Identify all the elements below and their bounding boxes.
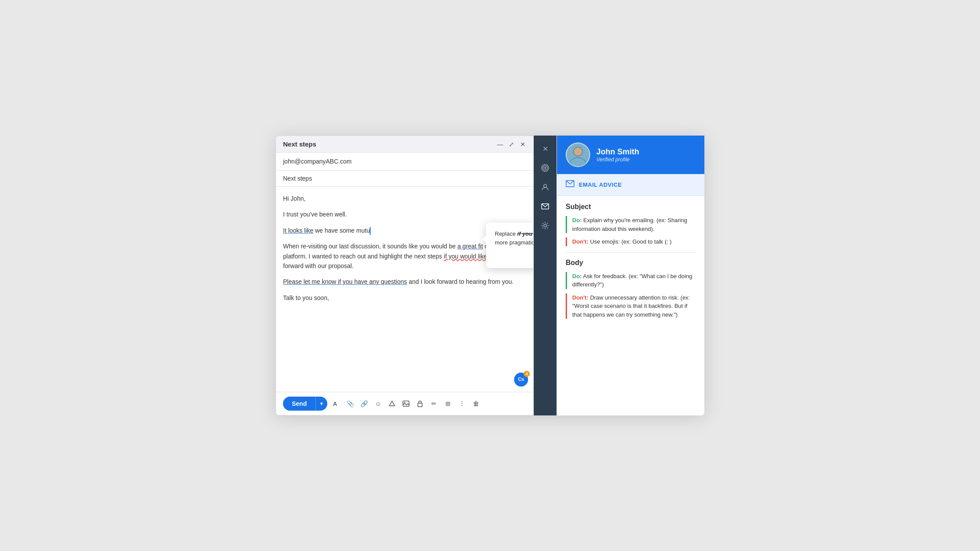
body-dont-text: Draw unnecessary attention to risk. (ex:…	[572, 294, 690, 318]
subject-do-item: Do: Explain why you're emailing. (ex: Sh…	[566, 216, 696, 233]
send-button[interactable]: Send	[283, 397, 316, 411]
body-do-item: Do: Ask for feedback. (ex: "What can I b…	[566, 272, 696, 289]
compose-body[interactable]: Hi John, I trust you've been well. It lo…	[276, 187, 533, 392]
body-dont-label: Don't:	[572, 294, 588, 301]
compose-window: Next steps — ⤢ ✕ john@companyABC.com Nex…	[276, 136, 534, 415]
profile-header: John Smith Verified profile	[557, 136, 704, 174]
email-advice-icon	[566, 180, 574, 189]
user-avatar-badge: Cs 4	[514, 373, 528, 387]
profile-name: John Smith	[596, 147, 639, 157]
subject-dont-label: Don't:	[572, 238, 588, 245]
subject-dont-text: Use emojis: (ex: Good to talk (: )	[590, 238, 672, 245]
body-p1: I trust you've been well.	[283, 209, 526, 219]
format-text-icon[interactable]: A	[331, 398, 341, 409]
please-let-me-phrase: Please let me know if you have any quest…	[283, 278, 407, 285]
svg-point-10	[544, 224, 546, 227]
minimize-button[interactable]: —	[497, 141, 504, 148]
avatar-image	[567, 143, 589, 166]
svg-marker-1	[389, 401, 395, 406]
subject-section-title: Subject	[566, 203, 696, 211]
profile-verified: Verified profile	[596, 157, 639, 163]
pen-icon[interactable]: ✏	[429, 398, 439, 409]
body-do-text: Ask for feedback. (ex: "What can I be do…	[572, 273, 692, 288]
subject-dont-item: Don't: Use emojis: (ex: Good to talk (: …	[566, 237, 696, 246]
profile-info: John Smith Verified profile	[596, 147, 639, 163]
avatar-initials: Cs	[518, 376, 524, 384]
body-dont-item: Don't: Draw unnecessary attention to ris…	[566, 293, 696, 319]
body-do-label: Do:	[572, 273, 582, 279]
compose-toolbar: Send ▾ A 📎 🔗 ☺ ✏ ⊞ ⋮ 🗑	[276, 392, 533, 415]
body-section-title: Body	[566, 259, 696, 267]
strikethrough-text: if you would like to	[517, 230, 533, 237]
highlighted-phrase: It looks like	[283, 227, 313, 234]
compose-subject-field[interactable]: Next steps	[276, 171, 533, 187]
subject-text: Next steps	[283, 175, 312, 182]
body-p4: Please let me know if you have any quest…	[283, 277, 526, 286]
svg-point-7	[544, 167, 546, 169]
close-button[interactable]: ✕	[519, 141, 526, 148]
profile-panel: John Smith Verified profile EMAIL ADVICE…	[556, 136, 704, 415]
link-icon[interactable]: 🔗	[359, 398, 369, 409]
target-nav-icon[interactable]	[537, 160, 553, 176]
svg-rect-4	[418, 403, 422, 407]
compose-to-field[interactable]: john@companyABC.com	[276, 153, 533, 171]
svg-point-8	[544, 185, 547, 188]
photo-icon[interactable]	[401, 398, 411, 409]
attachment-icon[interactable]: 📎	[345, 398, 355, 409]
sidebar-nav: ✕	[534, 136, 556, 415]
compose-title: Next steps	[283, 140, 316, 148]
emoji-icon[interactable]: ☺	[373, 398, 383, 409]
settings-nav-icon[interactable]	[537, 218, 553, 234]
body-closing: Talk to you soon,	[283, 293, 526, 303]
tooltip-text: Replace if you would like to with someth…	[495, 230, 533, 247]
notification-count: 4	[524, 371, 530, 377]
compose-controls: — ⤢ ✕	[497, 141, 526, 148]
svg-point-14	[574, 147, 582, 156]
body-greeting: Hi John,	[283, 194, 526, 203]
send-button-group: Send ▾	[283, 397, 327, 411]
subject-do-text: Explain why you're emailing. (ex: Sharin…	[572, 217, 687, 232]
avatar	[566, 143, 590, 167]
email-advice-header: EMAIL ADVICE	[557, 174, 704, 196]
svg-text:A: A	[333, 401, 337, 407]
advice-content: Subject Do: Explain why you're emailing.…	[557, 196, 704, 415]
subject-do-label: Do:	[572, 217, 582, 223]
send-dropdown-button[interactable]: ▾	[316, 397, 327, 410]
suggestion-tooltip: Replace if you would like to with someth…	[486, 223, 533, 268]
great-fit-phrase: a great fit	[457, 243, 483, 250]
compose-titlebar: Next steps — ⤢ ✕	[276, 136, 533, 153]
section-divider	[566, 252, 696, 253]
mail-nav-icon[interactable]	[537, 199, 553, 214]
cursor	[370, 227, 371, 235]
delete-icon[interactable]: 🗑	[471, 398, 481, 409]
drive-icon[interactable]	[387, 398, 397, 409]
to-address: john@companyABC.com	[283, 158, 352, 165]
close-nav-button[interactable]: ✕	[537, 141, 553, 157]
layout-icon[interactable]: ⊞	[443, 398, 453, 409]
maximize-button[interactable]: ⤢	[508, 141, 515, 148]
person-nav-icon[interactable]	[537, 179, 553, 195]
more-options-icon[interactable]: ⋮	[457, 398, 467, 409]
lock-icon[interactable]	[415, 398, 425, 409]
tooltip-actions: Ignore Remove Replace	[495, 252, 533, 261]
email-advice-title: EMAIL ADVICE	[579, 181, 622, 188]
